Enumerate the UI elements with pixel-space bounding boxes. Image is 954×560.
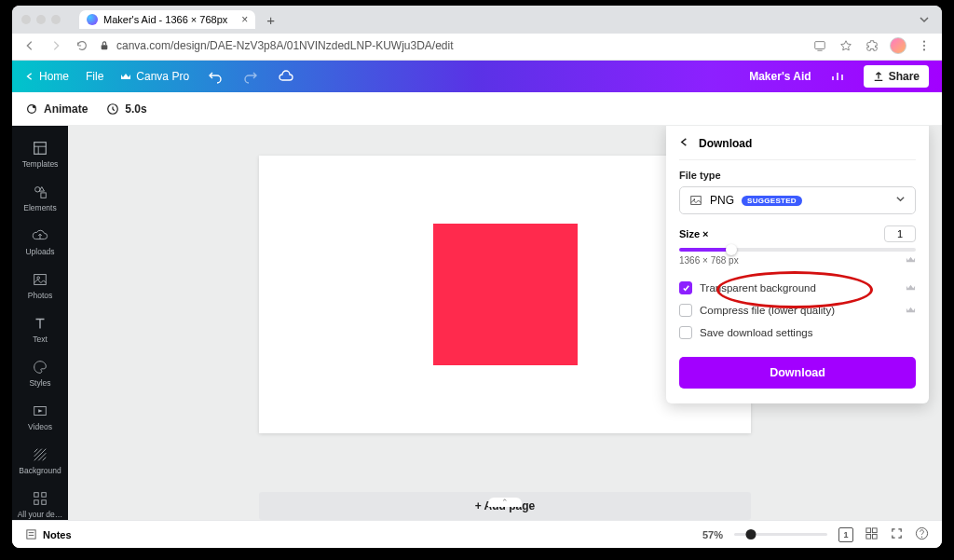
svg-rect-10 <box>41 193 46 198</box>
clock-icon <box>106 102 119 116</box>
svg-rect-8 <box>34 143 47 155</box>
dimensions-text: 1366 × 768 px <box>679 255 916 266</box>
sidebar-elements[interactable]: Elements <box>12 177 68 219</box>
size-label: Size × <box>679 228 709 239</box>
star-bookmark-icon[interactable] <box>838 37 854 54</box>
animate-icon <box>25 102 38 116</box>
sidebar-text[interactable]: Text <box>12 308 68 350</box>
compress-option[interactable]: Compress file (lower quality) <box>679 299 916 321</box>
svg-rect-11 <box>34 275 47 285</box>
red-square-element[interactable] <box>433 224 578 365</box>
crown-icon <box>906 282 916 294</box>
main-area: Templates Elements Uploads Photos Text S… <box>12 126 942 520</box>
insights-icon[interactable] <box>828 67 847 86</box>
sidebar-videos[interactable]: Videos <box>12 396 68 438</box>
nav-reload-icon[interactable] <box>74 37 90 54</box>
redo-icon[interactable] <box>241 67 260 86</box>
svg-rect-15 <box>42 493 47 498</box>
canva-favicon <box>87 14 98 25</box>
sidebar-templates[interactable]: Templates <box>12 133 68 175</box>
send-tab-icon[interactable] <box>811 37 828 54</box>
undo-icon[interactable] <box>206 67 225 86</box>
crown-icon <box>906 305 916 316</box>
profile-avatar[interactable] <box>890 37 906 54</box>
browser-tab[interactable]: Maker's Aid - 1366 × 768px × <box>79 10 255 29</box>
save-settings-option[interactable]: Save download settings <box>679 321 916 344</box>
svg-point-4 <box>923 48 925 50</box>
home-button[interactable]: Home <box>25 70 69 83</box>
share-button[interactable]: Share <box>864 65 929 88</box>
svg-point-2 <box>923 41 925 43</box>
download-panel-header: Download <box>679 137 916 160</box>
new-tab-button[interactable]: + <box>266 12 275 28</box>
notes-toggle[interactable]: Notes <box>25 528 72 540</box>
help-icon[interactable] <box>915 526 929 542</box>
svg-rect-1 <box>815 42 825 49</box>
browser-menu-icon[interactable] <box>916 37 933 54</box>
browser-urlbar: canva.com/design/DAE-NzV3p8A/01NVINzdedL… <box>12 34 942 61</box>
download-panel: Download File type PNG SUGGESTED Size × … <box>666 126 929 403</box>
chevron-down-icon <box>895 194 906 207</box>
animate-button[interactable]: Animate <box>25 102 88 116</box>
sidebar-photos[interactable]: Photos <box>12 265 68 307</box>
svg-point-6 <box>33 104 36 108</box>
sidebar-styles[interactable]: Styles <box>12 352 68 394</box>
grid-view-icon[interactable] <box>865 526 879 542</box>
browser-extensions <box>811 37 933 54</box>
extensions-icon[interactable] <box>864 37 880 54</box>
page-count-badge[interactable]: 1 <box>838 527 853 542</box>
file-type-select[interactable]: PNG SUGGESTED <box>679 186 916 214</box>
back-icon[interactable] <box>679 137 689 150</box>
canvas-area: + Add page ⌃ Download File type PNG SUGG… <box>68 126 942 520</box>
lock-icon <box>100 41 109 50</box>
svg-rect-22 <box>872 528 877 533</box>
checkbox-icon <box>679 304 692 317</box>
sidebar-background[interactable]: Background <box>12 440 68 482</box>
nav-forward-icon <box>48 37 64 54</box>
file-menu[interactable]: File <box>86 70 103 83</box>
svg-point-3 <box>923 45 925 47</box>
svg-point-12 <box>37 277 40 280</box>
zoom-value[interactable]: 57% <box>702 529 723 540</box>
crown-icon <box>906 255 916 266</box>
pages-drawer-handle[interactable]: ⌃ <box>488 498 522 507</box>
browser-tabbar: Maker's Aid - 1366 × 768px × + <box>12 6 942 34</box>
project-name[interactable]: Maker's Aid <box>749 70 811 83</box>
download-title: Download <box>699 137 752 150</box>
cloud-status-icon <box>277 67 295 86</box>
svg-rect-24 <box>872 534 877 539</box>
transparent-bg-option[interactable]: Transparent background <box>679 277 916 299</box>
upload-icon <box>873 71 884 82</box>
window-controls[interactable] <box>21 15 61 24</box>
secondary-toolbar: Animate 5.0s <box>12 92 942 126</box>
url-text: canva.com/design/DAE-NzV3p8A/01NVINzdedL… <box>116 39 454 52</box>
svg-rect-21 <box>866 528 871 533</box>
size-input[interactable] <box>884 225 916 242</box>
url-field[interactable]: canva.com/design/DAE-NzV3p8A/01NVINzdedL… <box>100 39 802 52</box>
svg-point-26 <box>921 537 922 538</box>
download-button[interactable]: Download <box>679 357 916 389</box>
suggested-badge: SUGGESTED <box>742 196 802 206</box>
crown-icon <box>120 71 131 82</box>
close-tab-icon[interactable]: × <box>241 13 248 26</box>
nav-back-icon[interactable] <box>21 37 38 54</box>
canva-pro-button[interactable]: Canva Pro <box>120 70 189 83</box>
fullscreen-icon[interactable] <box>890 526 904 542</box>
zoom-slider[interactable] <box>734 533 827 536</box>
size-slider[interactable] <box>679 248 916 252</box>
bottom-bar: Notes 57% 1 <box>12 520 942 548</box>
file-type-label: File type <box>679 170 916 181</box>
tab-title: Maker's Aid - 1366 × 768px <box>103 14 227 25</box>
svg-rect-17 <box>42 500 47 505</box>
browser-chrome: Maker's Aid - 1366 × 768px × + canva.com… <box>12 6 942 61</box>
duration-button[interactable]: 5.0s <box>106 102 146 116</box>
svg-rect-14 <box>34 493 39 498</box>
app-header: Home File Canva Pro Maker's Aid Share <box>12 61 942 92</box>
file-type-value: PNG <box>710 194 734 207</box>
svg-rect-20 <box>27 530 35 539</box>
home-label: Home <box>39 70 69 83</box>
sidebar-more[interactable]: All your de… <box>12 484 68 520</box>
svg-rect-23 <box>866 534 871 539</box>
tabs-overflow-icon[interactable] <box>916 11 933 28</box>
sidebar-uploads[interactable]: Uploads <box>12 221 68 263</box>
